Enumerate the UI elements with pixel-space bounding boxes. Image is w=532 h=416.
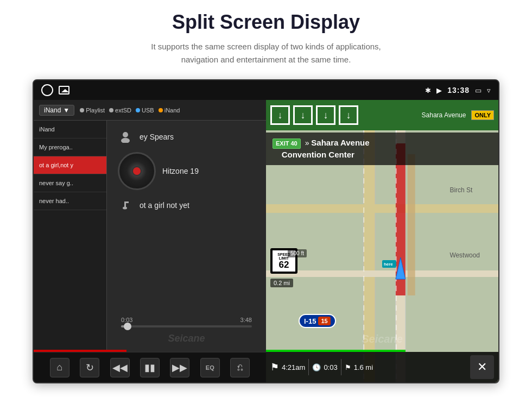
- svg-text:Westwood: Westwood: [449, 251, 480, 259]
- home-button[interactable]: ⌂: [50, 358, 69, 377]
- direction-arrow: ↓: [270, 105, 290, 125]
- page-subtitle: It supports the same screen display of t…: [151, 40, 381, 66]
- source-bar: iNand ▼ Playlist extSD USB: [34, 100, 266, 121]
- music-note-icon: [118, 198, 133, 213]
- eq-button[interactable]: EQ: [200, 358, 220, 377]
- svg-point-4: [123, 207, 127, 210]
- source-tab-extsd[interactable]: extSD: [109, 107, 131, 114]
- dot-icon: [109, 108, 113, 112]
- progress-thumb: [124, 323, 131, 330]
- now-playing: ey Spears Hitzone 19 ot a girl not yet: [107, 121, 266, 350]
- window-icon: ▭: [475, 86, 482, 94]
- next-button[interactable]: ▶▶: [170, 358, 189, 377]
- progress-area: 0:03 3:48: [112, 314, 261, 332]
- page-title: Split Screen Display: [172, 11, 360, 34]
- divider: [341, 359, 341, 375]
- nav-panel: Birch St Westwood here ↓ ↓ ↓ ↓ Sahara Av…: [266, 100, 498, 382]
- nav-top-strip: ↓ ↓ ↓ ↓ Sahara Avenue ONLY: [266, 100, 498, 130]
- playlist-area: iNand My preroga.. ot a girl,not y never…: [34, 121, 266, 350]
- svg-rect-11: [408, 154, 415, 295]
- chevron-down-icon: ▼: [63, 106, 69, 114]
- prev-button[interactable]: ◀◀: [110, 358, 130, 377]
- svg-text:Birch St: Birch St: [449, 186, 472, 194]
- image-icon: [59, 86, 69, 94]
- svg-text:here: here: [384, 262, 393, 267]
- back-icon: ▿: [487, 86, 491, 94]
- close-nav-button[interactable]: ✕: [470, 355, 494, 379]
- back-button[interactable]: ⎌: [230, 358, 250, 377]
- person-icon: [118, 129, 133, 144]
- track-row: ot a girl not yet: [118, 198, 255, 213]
- bluetooth-icon: ✱: [425, 86, 431, 94]
- svg-point-0: [123, 132, 128, 137]
- total-time: 3:48: [240, 317, 252, 323]
- music-watermark: Seicane: [168, 333, 205, 344]
- status-bar: ✱ ▶ 13:38 ▭ ▿: [34, 80, 498, 100]
- eta-duration-val: 0:03: [324, 363, 337, 371]
- speed-number: 62: [276, 260, 292, 269]
- source-tab-usb[interactable]: USB: [136, 107, 154, 114]
- highway-sign: I-15 15: [299, 314, 336, 328]
- playlist-item[interactable]: never had..: [34, 192, 106, 210]
- svg-point-1: [121, 138, 130, 143]
- music-panel: iNand ▼ Playlist extSD USB: [34, 100, 266, 382]
- track-info: ey Spears Hitzone 19 ot a girl not yet: [112, 129, 261, 213]
- source-tab-inand[interactable]: iNand: [159, 107, 180, 114]
- track-name: ot a girl not yet: [140, 201, 189, 210]
- eta-time: 4:21am: [282, 363, 305, 371]
- nav-exit-banner: EXIT 40 » Sahara Avenue Convention Cente…: [266, 133, 498, 165]
- playlist-sidebar: iNand My preroga.. ot a girl,not y never…: [34, 121, 107, 350]
- source-dropdown[interactable]: iNand ▼: [39, 105, 74, 116]
- artist-name: ey Spears: [140, 133, 174, 141]
- dot-icon: [159, 108, 163, 112]
- time-display: 13:38: [447, 86, 470, 94]
- source-dropdown-label: iNand: [44, 106, 61, 114]
- source-tab-playlist[interactable]: Playlist: [80, 107, 105, 114]
- location-icon: ▶: [436, 86, 442, 94]
- exit-badge: EXIT 40: [273, 138, 301, 149]
- playlist-item[interactable]: iNand: [34, 121, 106, 138]
- direction-arrow: ↓: [339, 105, 358, 125]
- highway-label: I-15: [304, 317, 316, 325]
- playlist-item-active[interactable]: ot a girl,not y: [34, 156, 106, 174]
- album-name: Hitzone 19: [162, 167, 199, 175]
- playlist-item[interactable]: My preroga..: [34, 138, 106, 156]
- playlist-item[interactable]: never say g..: [34, 174, 106, 192]
- nav-map: Birch St Westwood here ↓ ↓ ↓ ↓ Sahara Av…: [266, 100, 498, 382]
- eta-arrival: ⚑ 4:21am: [270, 361, 305, 373]
- exit-text: EXIT 40 » Sahara Avenue Convention Cente…: [273, 137, 492, 161]
- eta-dist: ⚑ 1.6 mi: [345, 363, 373, 371]
- only-sign: ONLY: [471, 110, 494, 120]
- repeat-button[interactable]: ↻: [80, 358, 99, 377]
- divider: [308, 359, 309, 375]
- svg-rect-3: [124, 201, 129, 203]
- circle-icon: [41, 84, 53, 96]
- checkered-icon: ⚑: [270, 361, 279, 373]
- direction-arrow: ↓: [316, 105, 335, 125]
- vinyl-icon: [118, 152, 156, 190]
- direction-arrow: ↓: [293, 105, 313, 125]
- artist-row: ey Spears: [118, 129, 255, 144]
- source-tabs: Playlist extSD USB iNand: [80, 107, 180, 114]
- album-row: Hitzone 19: [118, 152, 255, 190]
- nav-bottom: ⚑ 4:21am 🕓 0:03 ⚑ 1.6 mi ✕: [266, 352, 498, 382]
- foot-distance-label: 500 ft: [288, 249, 307, 257]
- time-labels: 0:03 3:48: [121, 317, 252, 323]
- device-frame: ✱ ▶ 13:38 ▭ ▿ iNand ▼ Playlist: [33, 79, 499, 383]
- highway-shield: 15: [318, 317, 330, 325]
- screen-content: iNand ▼ Playlist extSD USB: [34, 100, 498, 382]
- clock-icon: 🕓: [312, 363, 321, 371]
- eta-distance-val: 1.6 mi: [354, 363, 373, 371]
- eta-duration: 🕓 0:03: [312, 363, 337, 371]
- progress-track[interactable]: [121, 325, 252, 327]
- pause-button[interactable]: ▮▮: [140, 358, 160, 377]
- distance-label: 0.2 mi: [270, 279, 293, 287]
- arrow-icon: »: [305, 138, 309, 147]
- dot-icon: [80, 108, 84, 112]
- flag-icon: ⚑: [345, 363, 351, 371]
- playback-controls: ⌂ ↻ ◀◀ ▮▮ ▶▶ EQ ⎌: [34, 352, 266, 382]
- dot-icon: [136, 108, 140, 112]
